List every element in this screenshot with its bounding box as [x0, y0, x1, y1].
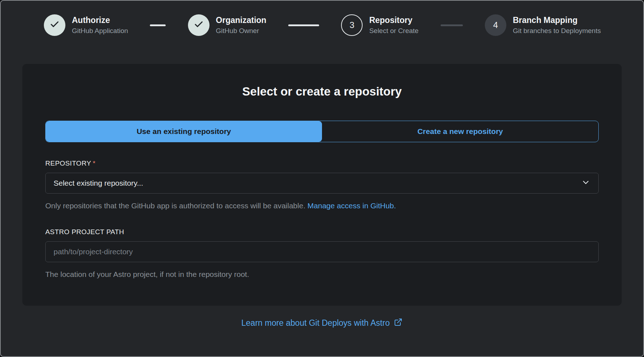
step-connector — [150, 24, 166, 26]
check-icon — [50, 19, 60, 31]
step-connector — [288, 24, 319, 26]
footer: Learn more about Git Deploys with Astro — [1, 318, 643, 329]
repository-help-text: Only repositories that the GitHub app is… — [45, 200, 599, 211]
repository-field: REPOSITORY* Select existing repository..… — [45, 159, 599, 211]
check-icon — [194, 19, 204, 31]
step-text: Authorize GitHub Application — [72, 15, 128, 35]
manage-access-link[interactable]: Manage access in GitHub. — [308, 201, 396, 210]
repository-mode-tabs: Use an existing repository Create a new … — [45, 121, 599, 142]
repository-label: REPOSITORY* — [45, 159, 599, 167]
step-title: Authorize — [72, 15, 128, 26]
step-subtitle: GitHub Owner — [216, 27, 267, 36]
learn-more-link[interactable]: Learn more about Git Deploys with Astro — [242, 318, 403, 329]
stepper: Authorize GitHub Application Organizatio… — [1, 1, 643, 36]
step-connector — [441, 24, 463, 26]
step-text: Organization GitHub Owner — [216, 15, 267, 35]
step-title: Branch Mapping — [513, 15, 601, 26]
step-subtitle: GitHub Application — [72, 27, 128, 36]
project-path-field: ASTRO PROJECT PATH The location of your … — [45, 228, 599, 279]
step-title: Organization — [216, 15, 267, 26]
card-title: Select or create a repository — [45, 85, 599, 98]
repository-step-card: Select or create a repository Use an exi… — [22, 64, 622, 306]
step-subtitle: Select or Create — [369, 27, 418, 36]
step-current-indicator: 3 — [341, 14, 363, 36]
step-text: Repository Select or Create — [369, 15, 418, 35]
step-repository: 3 Repository Select or Create — [341, 14, 418, 36]
step-complete-indicator — [44, 14, 65, 36]
repository-label-text: REPOSITORY — [45, 159, 91, 167]
chevron-down-icon — [581, 178, 590, 189]
external-link-icon — [394, 318, 402, 329]
project-path-label: ASTRO PROJECT PATH — [45, 228, 599, 236]
tab-create-repository[interactable]: Create a new repository — [322, 121, 598, 142]
step-number: 4 — [493, 20, 498, 30]
step-title: Repository — [369, 15, 418, 26]
wizard-window: Authorize GitHub Application Organizatio… — [0, 0, 644, 357]
step-complete-indicator — [188, 14, 210, 36]
learn-more-label: Learn more about Git Deploys with Astro — [242, 318, 390, 328]
step-authorize: Authorize GitHub Application — [44, 14, 128, 36]
step-subtitle: Git branches to Deployments — [513, 27, 601, 36]
step-upcoming-indicator: 4 — [485, 14, 506, 36]
tab-existing-repository[interactable]: Use an existing repository — [46, 121, 322, 142]
step-branch-mapping: 4 Branch Mapping Git branches to Deploym… — [485, 14, 601, 36]
step-organization: Organization GitHub Owner — [188, 14, 267, 36]
step-text: Branch Mapping Git branches to Deploymen… — [513, 15, 601, 35]
repository-help-body: Only repositories that the GitHub app is… — [45, 201, 308, 210]
step-number: 3 — [350, 20, 354, 30]
repository-select[interactable]: Select existing repository... — [45, 173, 599, 194]
project-path-input[interactable] — [45, 241, 599, 262]
required-marker: * — [93, 159, 96, 167]
repository-select-value: Select existing repository... — [54, 179, 143, 187]
project-path-help-text: The location of your Astro project, if n… — [45, 269, 599, 279]
